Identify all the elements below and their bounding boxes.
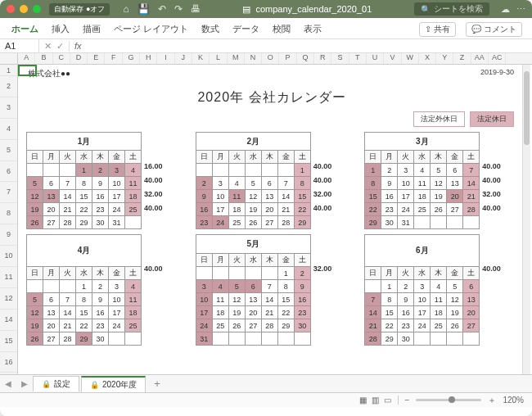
day-cell[interactable]: 23 <box>381 203 398 216</box>
sheet-search[interactable]: 🔍 シートを検索 <box>414 2 489 16</box>
day-cell[interactable]: 14 <box>60 306 76 319</box>
day-cell[interactable]: 12 <box>245 190 261 203</box>
day-cell[interactable]: 9 <box>381 177 398 190</box>
ribbon-tab-insert[interactable]: 挿入 <box>50 21 71 37</box>
day-cell[interactable] <box>447 332 463 346</box>
day-cell[interactable]: 27 <box>43 216 60 229</box>
day-cell[interactable]: 13 <box>261 190 277 203</box>
day-cell[interactable]: 25 <box>125 319 142 332</box>
day-cell[interactable]: 25 <box>414 203 431 216</box>
day-cell[interactable]: 15 <box>365 190 381 203</box>
row-header[interactable]: 14 <box>0 310 17 331</box>
column-headers[interactable]: ABCDEFGHIJKLMNOPQRSTUVWXYZAAAC <box>0 53 532 65</box>
day-cell[interactable]: 7 <box>60 177 76 190</box>
day-cell[interactable]: 7 <box>463 164 480 177</box>
ribbon-tab-review[interactable]: 校閲 <box>271 21 292 37</box>
undo-icon[interactable]: ↶ <box>158 4 166 14</box>
col-header[interactable]: Z <box>453 53 471 64</box>
day-cell[interactable]: 18 <box>125 190 142 203</box>
day-cell[interactable]: 9 <box>92 177 109 190</box>
day-cell[interactable] <box>431 332 447 346</box>
day-cell[interactable]: 11 <box>212 293 228 306</box>
day-cell[interactable]: 23 <box>92 319 109 332</box>
day-cell[interactable]: 13 <box>43 306 60 319</box>
row-header[interactable]: 11 <box>0 267 17 288</box>
day-cell[interactable]: 2 <box>92 164 109 177</box>
row-header[interactable]: 16 <box>0 352 17 373</box>
day-cell[interactable]: 9 <box>398 293 414 306</box>
day-cell[interactable] <box>212 332 228 346</box>
save-icon[interactable]: 💾 <box>138 4 150 14</box>
day-cell[interactable]: 17 <box>109 190 125 203</box>
day-cell[interactable] <box>212 267 228 280</box>
normal-view-icon[interactable]: ▦ <box>359 396 367 405</box>
day-cell[interactable]: 27 <box>463 319 480 332</box>
col-header[interactable]: AC <box>489 53 506 64</box>
scrollbar-thumb[interactable] <box>524 71 530 145</box>
row-header[interactable]: 7 <box>0 182 17 203</box>
day-cell[interactable] <box>245 164 261 177</box>
row-header[interactable]: 8 <box>0 203 17 224</box>
col-header[interactable]: AA <box>471 53 489 64</box>
day-cell[interactable]: 21 <box>261 306 277 319</box>
day-cell[interactable]: 7 <box>60 293 76 306</box>
day-cell[interactable]: 13 <box>245 293 261 306</box>
day-cell[interactable]: 8 <box>294 177 310 190</box>
day-cell[interactable]: 18 <box>431 306 447 319</box>
day-cell[interactable]: 16 <box>398 306 414 319</box>
col-header[interactable]: D <box>70 53 88 64</box>
day-cell[interactable]: 19 <box>447 306 463 319</box>
day-cell[interactable]: 11 <box>125 293 142 306</box>
day-cell[interactable]: 3 <box>196 280 212 293</box>
day-cell[interactable]: 23 <box>398 319 414 332</box>
day-cell[interactable]: 5 <box>447 280 463 293</box>
close-window-button[interactable] <box>7 5 15 13</box>
col-header[interactable]: T <box>349 53 367 64</box>
day-cell[interactable]: 11 <box>431 293 447 306</box>
day-cell[interactable]: 20 <box>43 319 60 332</box>
day-cell[interactable]: 28 <box>277 216 294 229</box>
day-cell[interactable] <box>43 280 60 293</box>
day-cell[interactable]: 11 <box>125 177 142 190</box>
day-cell[interactable]: 26 <box>431 203 447 216</box>
day-cell[interactable]: 20 <box>43 203 60 216</box>
day-cell[interactable]: 8 <box>277 280 294 293</box>
day-cell[interactable] <box>277 332 294 346</box>
day-cell[interactable]: 25 <box>228 216 245 229</box>
day-cell[interactable] <box>125 332 142 346</box>
day-cell[interactable]: 7 <box>365 293 381 306</box>
zoom-in-button[interactable]: ＋ <box>488 395 496 406</box>
day-cell[interactable]: 22 <box>381 319 398 332</box>
day-cell[interactable]: 19 <box>27 203 43 216</box>
day-cell[interactable] <box>414 216 431 229</box>
day-cell[interactable]: 19 <box>245 203 261 216</box>
day-cell[interactable] <box>60 164 76 177</box>
day-cell[interactable]: 19 <box>431 190 447 203</box>
day-cell[interactable]: 28 <box>365 332 381 346</box>
day-cell[interactable]: 26 <box>447 319 463 332</box>
day-cell[interactable]: 25 <box>125 203 142 216</box>
col-header[interactable]: O <box>262 53 279 64</box>
day-cell[interactable]: 11 <box>414 177 431 190</box>
day-cell[interactable] <box>245 267 261 280</box>
day-cell[interactable]: 28 <box>463 203 480 216</box>
day-cell[interactable]: 4 <box>125 280 142 293</box>
zoom-slider[interactable] <box>416 399 481 401</box>
day-cell[interactable]: 11 <box>228 190 245 203</box>
day-cell[interactable] <box>27 280 43 293</box>
col-header[interactable]: K <box>192 53 210 64</box>
day-cell[interactable] <box>196 267 212 280</box>
ribbon-tab-draw[interactable]: 描画 <box>81 21 102 37</box>
day-cell[interactable]: 10 <box>109 293 125 306</box>
day-cell[interactable]: 13 <box>43 190 60 203</box>
col-header[interactable]: B <box>35 53 52 64</box>
day-cell[interactable]: 12 <box>27 190 43 203</box>
day-cell[interactable] <box>447 216 463 229</box>
col-header[interactable]: M <box>228 53 245 64</box>
day-cell[interactable]: 8 <box>76 177 92 190</box>
col-header[interactable]: W <box>402 53 419 64</box>
col-header[interactable]: H <box>140 53 157 64</box>
day-cell[interactable]: 30 <box>92 216 109 229</box>
day-cell[interactable] <box>414 332 431 346</box>
day-cell[interactable]: 20 <box>447 190 463 203</box>
